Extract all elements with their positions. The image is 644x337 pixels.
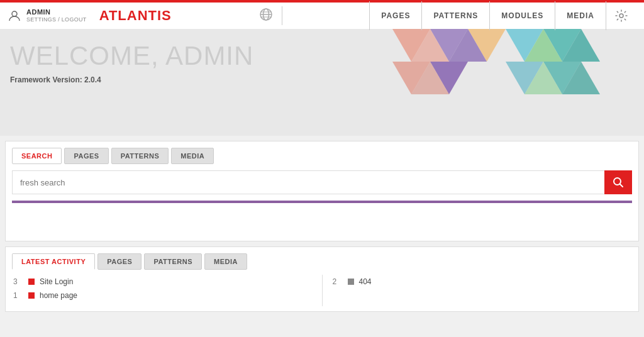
activity-label-2: home page [40, 291, 312, 300]
activity-column-divider [322, 275, 323, 306]
activity-content: 3 Site Login 1 home page 2 404 [6, 270, 638, 311]
header-nav: PAGES PATTERNS MODULES MEDIA [369, 1, 636, 30]
activity-left-column: 3 Site Login 1 home page [13, 275, 312, 302]
svg-point-6 [619, 14, 623, 18]
svg-line-24 [620, 184, 623, 187]
nav-modules[interactable]: MODULES [489, 1, 555, 30]
activity-count-1: 3 [13, 277, 28, 286]
tab-pages-search[interactable]: PAGES [64, 148, 108, 164]
brand-name: ATLANTIS [99, 8, 172, 24]
activity-dot-2 [28, 292, 35, 299]
header-left: ADMIN SETTINGS / LOGOUT ATLANTIS [8, 8, 172, 24]
nav-media[interactable]: MEDIA [555, 1, 606, 30]
gear-icon[interactable] [606, 1, 636, 30]
tab-pages-activity[interactable]: PAGES [97, 253, 142, 270]
decorative-triangles [355, 29, 644, 136]
header-center [172, 6, 370, 25]
activity-row: 3 Site Login [13, 275, 312, 289]
tab-media-search[interactable]: MEDIA [171, 148, 214, 164]
tab-patterns-search[interactable]: PATTERNS [111, 148, 169, 164]
activity-row: 1 home page [13, 289, 312, 302]
activity-label-right-1: 404 [359, 277, 372, 286]
user-icon [8, 9, 21, 23]
tab-patterns-activity[interactable]: PATTERNS [144, 253, 202, 270]
activity-dot-right-1 [348, 279, 354, 285]
admin-links[interactable]: SETTINGS / LOGOUT [26, 16, 87, 23]
search-section: SEARCH PAGES PATTERNS MEDIA [5, 141, 639, 241]
search-tabs: SEARCH PAGES PATTERNS MEDIA [6, 141, 638, 164]
activity-count-2: 1 [13, 291, 28, 300]
nav-pages[interactable]: PAGES [369, 1, 421, 30]
search-results-area [6, 203, 638, 241]
nav-patterns[interactable]: PATTERNS [421, 1, 489, 30]
tab-media-activity[interactable]: MEDIA [204, 253, 247, 270]
tab-search[interactable]: SEARCH [12, 148, 62, 164]
activity-dot-1 [28, 279, 35, 285]
activity-label-1: Site Login [40, 277, 312, 286]
tab-latest-activity[interactable]: LATEST ACTIVITY [12, 253, 95, 270]
activity-right-column: 2 404 [333, 275, 631, 289]
activity-count-right-1: 2 [333, 277, 348, 286]
svg-point-0 [12, 11, 17, 16]
search-button[interactable] [604, 170, 632, 194]
activity-tabs: LATEST ACTIVITY PAGES PATTERNS MEDIA [6, 247, 638, 270]
search-bar [6, 164, 638, 201]
admin-info: ADMIN SETTINGS / LOGOUT [26, 8, 87, 23]
hero-section: WELCOME, ADMIN Framework Version: 2.0.4 [0, 29, 644, 136]
activity-row-right: 2 404 [333, 275, 631, 289]
version-text: Version: 2.0.4 [52, 75, 101, 84]
header: ADMIN SETTINGS / LOGOUT ATLANTIS PAGES P… [0, 0, 644, 29]
globe-icon[interactable] [259, 8, 273, 25]
search-input[interactable] [12, 170, 604, 194]
activity-section: LATEST ACTIVITY PAGES PATTERNS MEDIA 3 S… [5, 246, 639, 312]
framework-label: Framework [10, 75, 50, 84]
admin-name: ADMIN [26, 8, 87, 16]
